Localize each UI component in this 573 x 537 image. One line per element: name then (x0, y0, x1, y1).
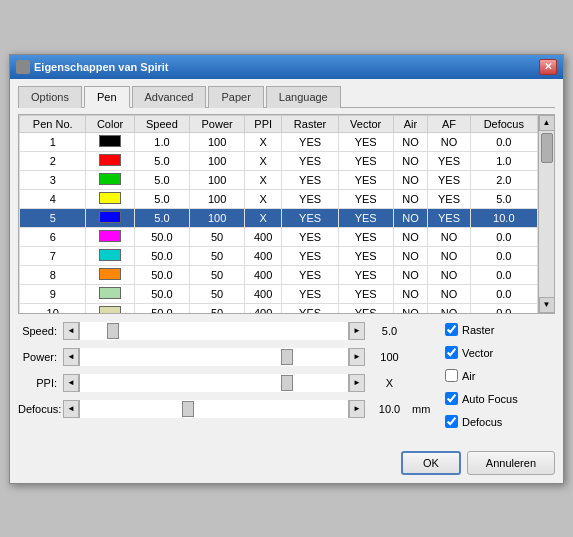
power-row: Power: ◄ ► 100 (18, 346, 435, 368)
col-defocus: Defocus (470, 115, 537, 132)
checkbox-raster-row: Raster (445, 320, 555, 340)
checkbox-vector-row: Vector (445, 343, 555, 363)
title-bar-buttons: ✕ (539, 59, 557, 75)
checkbox-air-label: Air (462, 370, 475, 382)
table-row[interactable]: 650.050400YESYESNONO0.0 (20, 227, 538, 246)
power-thumb[interactable] (281, 349, 293, 365)
speed-thumb[interactable] (107, 323, 119, 339)
checkbox-air-row: Air (445, 366, 555, 386)
table-row[interactable]: 850.050400YESYESNONO0.0 (20, 265, 538, 284)
scrollbar-down[interactable]: ▼ (539, 297, 555, 313)
speed-right-arrow[interactable]: ► (349, 322, 365, 340)
power-label: Power: (18, 351, 63, 363)
defocus-label: Defocus: (18, 403, 63, 415)
close-button[interactable]: ✕ (539, 59, 557, 75)
sliders-section: Speed: ◄ ► 5.0 Power: ◄ ► (18, 320, 435, 435)
tab-advanced[interactable]: Advanced (132, 86, 207, 108)
table-row[interactable]: 1050.050400YESYESNONO0.0 (20, 303, 538, 313)
scrollbar-area (539, 131, 554, 297)
tab-paper[interactable]: Paper (208, 86, 263, 108)
speed-row: Speed: ◄ ► 5.0 (18, 320, 435, 342)
tab-language[interactable]: Language (266, 86, 341, 108)
defocus-slider-track[interactable] (79, 400, 349, 418)
controls-area: Speed: ◄ ► 5.0 Power: ◄ ► (18, 320, 555, 435)
color-swatch (99, 154, 121, 166)
defocus-right-arrow[interactable]: ► (349, 400, 365, 418)
defocus-thumb[interactable] (182, 401, 194, 417)
table-row[interactable]: 25.0100XYESYESNOYES1.0 (20, 151, 538, 170)
color-swatch (99, 287, 121, 299)
tab-options[interactable]: Options (18, 86, 82, 108)
color-swatch (99, 173, 121, 185)
defocus-unit: mm (410, 403, 435, 415)
checkbox-vector[interactable] (445, 346, 458, 359)
ppi-row: PPI: ◄ ► X (18, 372, 435, 394)
checkbox-raster-label: Raster (462, 324, 494, 336)
color-swatch (99, 249, 121, 261)
defocus-value: 10.0 (365, 403, 410, 415)
footer: OK Annuleren (18, 445, 555, 475)
ppi-left-arrow[interactable]: ◄ (63, 374, 79, 392)
checkbox-air[interactable] (445, 369, 458, 382)
color-swatch (99, 192, 121, 204)
table-row[interactable]: 950.050400YESYESNONO0.0 (20, 284, 538, 303)
window-title: Eigenschappen van Spirit (34, 61, 168, 73)
cancel-button[interactable]: Annuleren (467, 451, 555, 475)
color-swatch (99, 211, 121, 223)
scrollbar-up[interactable]: ▲ (539, 115, 555, 131)
pen-table-scroll[interactable]: Pen No. Color Speed Power PPI Raster Vec… (19, 115, 538, 313)
checkbox-raster[interactable] (445, 323, 458, 336)
main-window: Eigenschappen van Spirit ✕ Options Pen A… (9, 54, 564, 484)
ppi-value: X (365, 377, 410, 389)
table-row[interactable]: 35.0100XYESYESNOYES2.0 (20, 170, 538, 189)
ok-button[interactable]: OK (401, 451, 461, 475)
col-air: Air (393, 115, 428, 132)
scrollbar-thumb[interactable] (541, 133, 553, 163)
power-right-arrow[interactable]: ► (349, 348, 365, 366)
col-color: Color (86, 115, 134, 132)
checkbox-autofocus-label: Auto Focus (462, 393, 518, 405)
checkbox-defocus-label: Defocus (462, 416, 502, 428)
ppi-thumb[interactable] (281, 375, 293, 391)
tab-bar: Options Pen Advanced Paper Language (18, 85, 555, 108)
col-af: AF (428, 115, 470, 132)
pen-table-container: Pen No. Color Speed Power PPI Raster Vec… (18, 114, 555, 314)
speed-label: Speed: (18, 325, 63, 337)
checkbox-defocus-row: Defocus (445, 412, 555, 432)
ppi-right-arrow[interactable]: ► (349, 374, 365, 392)
window-icon (16, 60, 30, 74)
col-ppi: PPI (245, 115, 282, 132)
table-row[interactable]: 11.0100XYESYESNONO0.0 (20, 132, 538, 151)
content-area: Options Pen Advanced Paper Language Pen … (10, 79, 563, 483)
title-bar: Eigenschappen van Spirit ✕ (10, 55, 563, 79)
checkbox-defocus[interactable] (445, 415, 458, 428)
col-power: Power (190, 115, 245, 132)
power-value: 100 (365, 351, 410, 363)
table-row[interactable]: 750.050400YESYESNONO0.0 (20, 246, 538, 265)
checkbox-vector-label: Vector (462, 347, 493, 359)
col-vector: Vector (338, 115, 393, 132)
defocus-row: Defocus: ◄ ► 10.0 mm (18, 398, 435, 420)
color-swatch (99, 306, 121, 313)
table-row[interactable]: 45.0100XYESYESNOYES5.0 (20, 189, 538, 208)
color-swatch (99, 268, 121, 280)
checkbox-autofocus[interactable] (445, 392, 458, 405)
speed-value: 5.0 (365, 325, 410, 337)
title-bar-left: Eigenschappen van Spirit (16, 60, 168, 74)
speed-slider-track[interactable] (79, 322, 349, 340)
table-row[interactable]: 55.0100XYESYESNOYES10.0 (20, 208, 538, 227)
tab-pen[interactable]: Pen (84, 86, 130, 108)
col-raster: Raster (282, 115, 338, 132)
speed-left-arrow[interactable]: ◄ (63, 322, 79, 340)
power-left-arrow[interactable]: ◄ (63, 348, 79, 366)
col-pen-no: Pen No. (20, 115, 86, 132)
power-slider-track[interactable] (79, 348, 349, 366)
col-speed: Speed (134, 115, 190, 132)
table-body: 11.0100XYESYESNONO0.025.0100XYESYESNOYES… (20, 132, 538, 313)
ppi-label: PPI: (18, 377, 63, 389)
table-header-row: Pen No. Color Speed Power PPI Raster Vec… (20, 115, 538, 132)
defocus-left-arrow[interactable]: ◄ (63, 400, 79, 418)
checkboxes-section: Raster Vector Air Auto Focus Defocus (435, 320, 555, 435)
ppi-slider-track[interactable] (79, 374, 349, 392)
scrollbar-track: ▲ ▼ (538, 115, 554, 313)
